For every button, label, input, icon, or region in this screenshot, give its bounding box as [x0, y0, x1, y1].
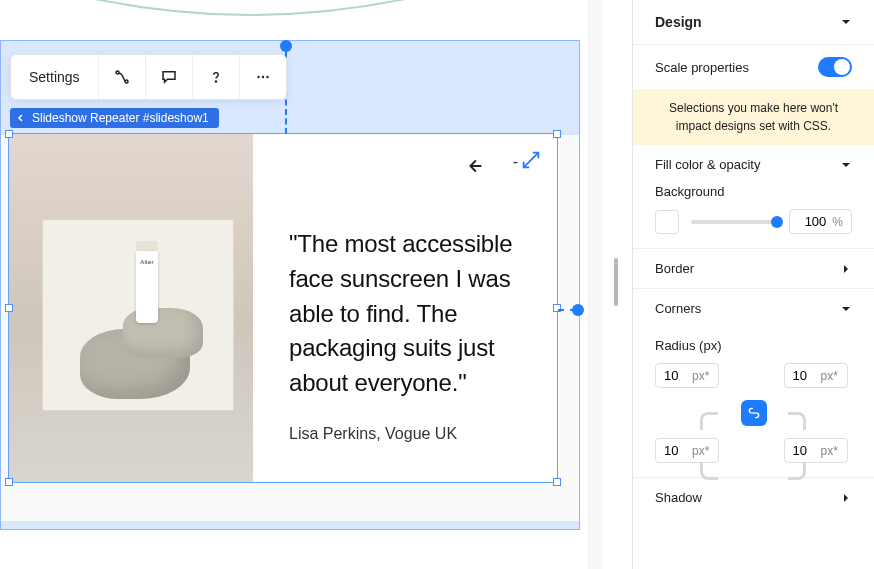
- chevron-down-icon: [840, 159, 852, 171]
- chevron-down-icon: [840, 16, 852, 28]
- link-corners-button[interactable]: [741, 400, 767, 426]
- design-section-header[interactable]: Design: [633, 0, 874, 45]
- radius-bl-field[interactable]: px*: [655, 438, 719, 463]
- design-panel: Design Scale properties Selections you m…: [632, 0, 874, 569]
- help-icon: [207, 68, 225, 86]
- opacity-value-field[interactable]: %: [789, 209, 852, 234]
- chevron-left-icon: [16, 113, 26, 123]
- anchor-top-handle[interactable]: [280, 40, 292, 52]
- chevron-right-icon: [840, 492, 852, 504]
- radius-bl-input[interactable]: [664, 443, 686, 458]
- radius-tr-input[interactable]: [793, 368, 815, 383]
- animation-button[interactable]: [98, 55, 145, 99]
- background-color-swatch[interactable]: [655, 210, 679, 234]
- radius-bl-unit: px*: [692, 444, 709, 458]
- opacity-slider[interactable]: [691, 220, 777, 224]
- selection-tag-label: Slideshow Repeater #slideshow1: [32, 111, 209, 125]
- radius-tl-input[interactable]: [664, 368, 686, 383]
- background-opacity-row: Background %: [633, 184, 874, 248]
- border-section-header[interactable]: Border: [633, 248, 874, 288]
- radius-br-input[interactable]: [793, 443, 815, 458]
- svg-point-5: [266, 76, 268, 78]
- shadow-section-header[interactable]: Shadow: [633, 477, 874, 517]
- radius-br-field[interactable]: px*: [784, 438, 848, 463]
- svg-point-2: [215, 81, 216, 82]
- scale-properties-label: Scale properties: [655, 60, 749, 75]
- chevron-right-icon: [840, 263, 852, 275]
- editor-canvas[interactable]: Settings Slideshow Repeater #slideshow: [0, 0, 602, 569]
- corners-section-label: Corners: [655, 301, 701, 316]
- selection-tag[interactable]: Slideshow Repeater #slideshow1: [10, 108, 219, 128]
- resize-handle-bl[interactable]: [5, 478, 13, 486]
- help-button[interactable]: [192, 55, 239, 99]
- border-section-label: Border: [655, 261, 694, 276]
- radius-tl-field[interactable]: px*: [655, 363, 719, 388]
- settings-label: Settings: [29, 69, 80, 85]
- svg-point-4: [261, 76, 263, 78]
- selection-frame: [8, 133, 558, 483]
- canvas-scrollbar[interactable]: [588, 0, 602, 569]
- scale-properties-toggle[interactable]: [818, 57, 852, 77]
- chevron-down-icon: [840, 303, 852, 315]
- design-section-label: Design: [655, 14, 702, 30]
- scale-properties-row: Scale properties: [633, 45, 874, 89]
- more-button[interactable]: [239, 55, 286, 99]
- radius-label: Radius (px): [655, 338, 721, 353]
- opacity-unit: %: [832, 215, 843, 229]
- settings-button[interactable]: Settings: [11, 55, 98, 99]
- anchor-right-guide: [558, 309, 576, 311]
- svg-point-1: [125, 80, 128, 83]
- shadow-section-label: Shadow: [655, 490, 702, 505]
- resize-handle-ml[interactable]: [5, 304, 13, 312]
- radius-block: Radius (px) px* px* px*: [633, 328, 874, 463]
- panel-splitter[interactable]: [614, 258, 618, 306]
- comment-icon: [160, 68, 178, 86]
- background-label: Background: [655, 184, 852, 199]
- svg-point-0: [116, 71, 119, 74]
- fill-section-header[interactable]: Fill color & opacity: [633, 145, 874, 184]
- fill-section-label: Fill color & opacity: [655, 157, 760, 172]
- more-icon: [254, 68, 272, 86]
- radius-tl-unit: px*: [692, 369, 709, 383]
- radius-tr-field[interactable]: px*: [784, 363, 848, 388]
- svg-point-3: [257, 76, 259, 78]
- resize-handle-br[interactable]: [553, 478, 561, 486]
- animation-icon: [113, 68, 131, 86]
- radius-br-unit: px*: [821, 444, 838, 458]
- opacity-input[interactable]: [798, 214, 826, 229]
- radius-tr-unit: px*: [821, 369, 838, 383]
- element-toolbar: Settings: [10, 54, 287, 100]
- link-icon: [747, 406, 761, 420]
- resize-handle-tr[interactable]: [553, 130, 561, 138]
- comment-button[interactable]: [145, 55, 192, 99]
- resize-handle-tl[interactable]: [5, 130, 13, 138]
- css-override-notice: Selections you make here won't impact de…: [633, 89, 874, 145]
- corners-section-header[interactable]: Corners: [633, 288, 874, 328]
